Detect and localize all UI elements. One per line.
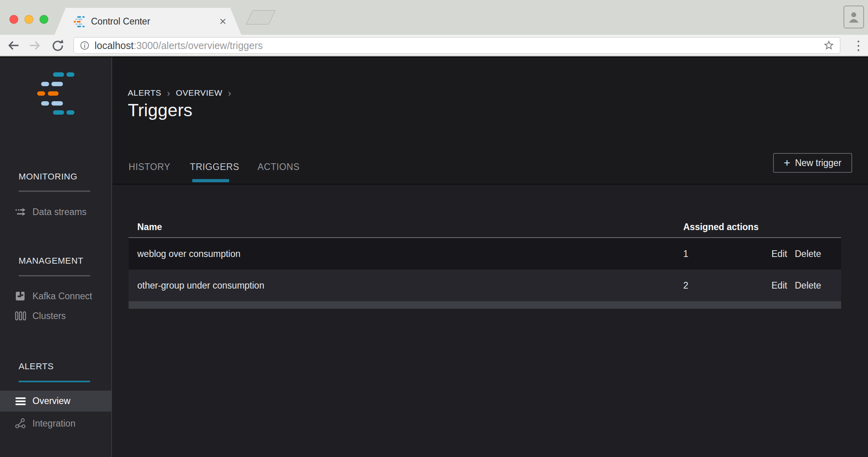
bookmark-star-icon[interactable] [823, 40, 834, 51]
window-close-button[interactable] [9, 15, 18, 24]
section-monitoring-divider [19, 191, 90, 192]
control-center-logo [36, 72, 79, 116]
breadcrumb-separator-icon: › [228, 89, 231, 97]
sidebar-item-label: Overview [32, 396, 70, 406]
assigned-actions-count: 1 [683, 249, 688, 259]
page-info-icon[interactable] [80, 40, 90, 51]
tab-triggers[interactable]: TRIGGERS [190, 162, 239, 172]
url-bar[interactable]: localhost:3000/alerts/overview/triggers [74, 37, 840, 54]
edit-link[interactable]: Edit [771, 280, 787, 291]
forward-arrow-icon [28, 39, 42, 52]
active-tab-underline [192, 179, 229, 182]
overview-list-icon [15, 397, 27, 406]
url-host: localhost [95, 40, 134, 51]
forward-button[interactable] [28, 38, 42, 53]
table-row[interactable]: other-group under consumption 2 Edit Del… [129, 270, 841, 301]
section-management: MANAGEMENT [19, 256, 83, 266]
back-button[interactable] [6, 38, 21, 53]
sidebar: MONITORING Data streams MANAGEMENT [0, 57, 112, 457]
sidebar-item-label: Integration [32, 418, 76, 429]
tab-history[interactable]: HISTORY [129, 162, 171, 172]
reload-icon [51, 39, 64, 52]
delete-link[interactable]: Delete [795, 249, 821, 259]
section-alerts: ALERTS [19, 361, 54, 372]
person-icon [847, 9, 860, 25]
clusters-icon [15, 311, 27, 321]
sidebar-item-overview[interactable]: Overview [0, 391, 112, 412]
new-trigger-button[interactable]: + New trigger [773, 153, 852, 173]
breadcrumb-alerts[interactable]: ALERTS [128, 88, 161, 98]
sidebar-item-label: Clusters [32, 311, 66, 321]
trigger-name: other-group under consumption [137, 280, 264, 291]
trigger-name: weblog over consumption [137, 249, 241, 259]
breadcrumb-separator-icon: › [167, 89, 171, 97]
control-center-favicon-icon [74, 16, 85, 27]
tab-close-icon[interactable]: × [219, 15, 226, 27]
assigned-actions-count: 2 [683, 280, 688, 291]
section-alerts-divider [19, 381, 90, 382]
page-header: ALERTS › OVERVIEW › Triggers HISTORY TRI… [113, 57, 868, 185]
data-streams-icon [15, 207, 27, 217]
column-header-assigned-actions: Assigned actions [683, 222, 758, 232]
breadcrumb: ALERTS › OVERVIEW › [128, 88, 231, 98]
sidebar-item-data-streams[interactable]: Data streams [0, 203, 112, 221]
browser-toolbar: localhost:3000/alerts/overview/triggers … [0, 35, 868, 57]
window-minimize-button[interactable] [25, 15, 33, 24]
reload-button[interactable] [51, 38, 65, 53]
browser-tabstrip: Control Center × [0, 0, 868, 35]
browser-menu-button[interactable]: ⋮ [851, 36, 866, 55]
control-center-app: MONITORING Data streams MANAGEMENT [0, 57, 868, 457]
new-trigger-label: New trigger [795, 158, 841, 168]
screen: Control Center × [0, 0, 868, 457]
integration-share-icon [15, 418, 27, 429]
sidebar-item-label: Kafka Connect [32, 291, 92, 302]
new-tab-button[interactable] [246, 10, 276, 25]
triggers-table: Name Assigned actions weblog over consum… [129, 217, 841, 309]
column-header-name: Name [137, 222, 162, 232]
profile-button[interactable] [843, 6, 864, 28]
edit-link[interactable]: Edit [771, 249, 787, 259]
url-path: :3000/alerts/overview/triggers [134, 40, 263, 51]
kafka-connect-icon [15, 291, 27, 301]
tab-actions[interactable]: ACTIONS [258, 162, 299, 172]
sidebar-item-kafka-connect[interactable]: Kafka Connect [0, 287, 112, 305]
delete-link[interactable]: Delete [795, 280, 821, 291]
browser-tab[interactable]: Control Center × [55, 8, 241, 35]
url-text: localhost:3000/alerts/overview/triggers [95, 40, 263, 51]
sidebar-item-label: Data streams [32, 207, 87, 217]
plus-icon: + [784, 157, 790, 168]
breadcrumb-overview[interactable]: OVERVIEW [176, 88, 223, 98]
page-title: Triggers [128, 100, 192, 121]
window-zoom-button[interactable] [40, 15, 48, 24]
table-horizontal-scrollbar[interactable] [129, 301, 841, 309]
table-header-row: Name Assigned actions [129, 217, 841, 238]
table-row[interactable]: weblog over consumption 1 Edit Delete [129, 238, 841, 270]
main-panel: ALERTS › OVERVIEW › Triggers HISTORY TRI… [113, 57, 868, 457]
section-management-divider [19, 275, 90, 276]
sidebar-item-integration[interactable]: Integration [0, 414, 112, 432]
back-arrow-icon [7, 39, 20, 52]
triggers-content: Name Assigned actions weblog over consum… [113, 185, 868, 457]
tab-title: Control Center [91, 16, 150, 27]
sidebar-item-clusters[interactable]: Clusters [0, 307, 112, 325]
section-monitoring: MONITORING [19, 172, 78, 182]
